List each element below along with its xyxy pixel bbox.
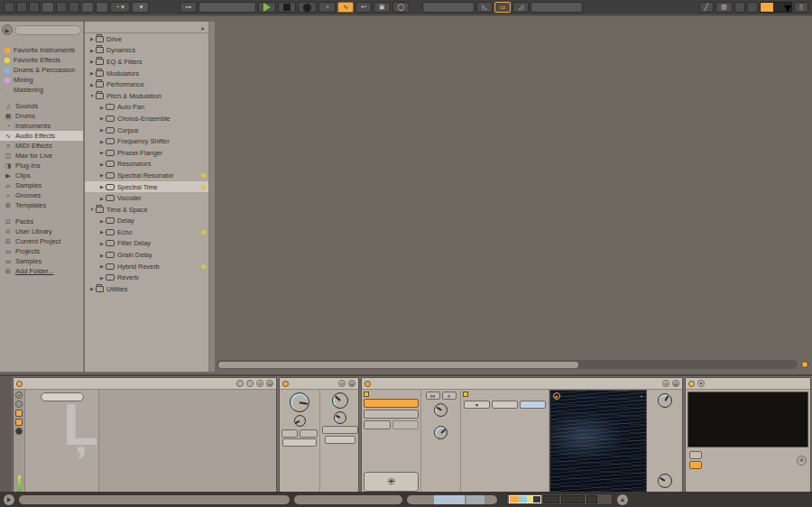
loop-start-field[interactable] xyxy=(422,2,475,13)
rate-hz-button[interactable] xyxy=(689,451,702,459)
sidebar-item-samples[interactable]: ▭Samples xyxy=(0,256,83,266)
rack-rand-button[interactable] xyxy=(236,380,244,387)
sidebar-item-add-folder-[interactable]: ⊞Add Folder... xyxy=(0,266,83,276)
xfade-curve-icon[interactable]: ∧ xyxy=(442,392,457,400)
nudge-down-button[interactable] xyxy=(56,2,67,13)
sidebar-item-collection[interactable]: Favorite Instruments xyxy=(0,45,83,55)
sidebar-item-collection[interactable]: Drums & Percussion xyxy=(0,65,83,75)
sidebar-item-grooves[interactable]: ≈Grooves xyxy=(0,190,83,200)
delay-led[interactable] xyxy=(463,392,468,397)
save-preset-icon[interactable]: ▤ xyxy=(348,380,355,387)
expand-arrow-icon[interactable]: ▶ xyxy=(88,59,96,64)
tree-item[interactable]: ▶Spectral Resonator xyxy=(85,170,208,181)
device-scroll-segment[interactable] xyxy=(407,495,497,504)
expand-arrow-icon[interactable]: ▼ xyxy=(88,207,96,212)
tree-item[interactable]: ▶EQ & Filters xyxy=(85,56,208,68)
session-record-button[interactable]: ◯ xyxy=(392,2,411,13)
device-scroll-segment[interactable] xyxy=(19,495,290,504)
link-button[interactable] xyxy=(4,2,14,13)
phaser-title-bar[interactable]: ▼ xyxy=(686,378,810,390)
browser-collapse-icon[interactable]: ▶ xyxy=(2,24,13,35)
loop-switch[interactable]: ▭ xyxy=(494,2,512,13)
arrangement-position-field[interactable] xyxy=(198,2,256,13)
chain-list-toggle-icon[interactable] xyxy=(15,428,23,435)
tree-item[interactable]: ▶Echo xyxy=(85,226,208,238)
delay-drywet-value[interactable] xyxy=(520,401,546,409)
sidebar-item-sounds[interactable]: ♫Sounds xyxy=(0,101,83,111)
midi-map-button[interactable] xyxy=(747,2,758,13)
draw-mode-button[interactable]: ╱ xyxy=(699,2,714,13)
device-on-led[interactable] xyxy=(364,381,371,387)
tree-item[interactable]: ▶Hybrid Reverb xyxy=(85,261,208,272)
jitter-knob[interactable] xyxy=(294,415,306,427)
freeze-button[interactable]: ✳ xyxy=(364,472,419,492)
metronome-icon[interactable]: ◔ ▾ xyxy=(110,2,130,13)
tree-item[interactable]: ▶Phaser-Flanger xyxy=(85,147,208,159)
xfade-cross-icon[interactable]: ⋈ xyxy=(426,392,440,400)
filter-pre-button[interactable] xyxy=(281,429,298,438)
tree-column-header[interactable]: ▴ xyxy=(85,22,208,33)
expand-arrow-icon[interactable]: ▶ xyxy=(98,275,106,281)
tree-item[interactable]: ▼Time & Space xyxy=(85,204,208,216)
ribbon-device-selected[interactable] xyxy=(509,495,541,503)
play-button[interactable] xyxy=(258,2,276,13)
sidebar-item-audio-effects[interactable]: ∿Audio Effects xyxy=(0,131,83,141)
expand-arrow-icon[interactable]: ▶ xyxy=(98,150,106,155)
save-preset-icon[interactable]: ▤ xyxy=(672,380,679,387)
chain-remove-icon[interactable]: − xyxy=(15,401,23,408)
hide-device-view-icon[interactable]: ▲ xyxy=(617,494,628,505)
tree-item[interactable]: ▶Frequency Shifter xyxy=(85,135,208,147)
sidebar-item-drums[interactable]: ▦Drums xyxy=(0,111,83,121)
tree-item[interactable]: ▶Delay xyxy=(85,216,208,227)
stop-button[interactable] xyxy=(278,2,296,13)
quantize-menu[interactable]: ▾ xyxy=(132,2,149,13)
save-preset-icon[interactable]: ▤ xyxy=(266,380,273,387)
device-scroll-segment[interactable] xyxy=(294,495,402,504)
expand-arrow-icon[interactable]: ▶ xyxy=(98,184,106,189)
sidebar-item-midi-effects[interactable]: ≡MIDI Effects xyxy=(0,141,83,151)
tree-item[interactable]: ▶Modulators xyxy=(85,68,208,79)
freezer-led[interactable] xyxy=(364,392,369,397)
sidebar-item-current-project[interactable]: ⊟Current Project xyxy=(0,236,83,246)
time-signature-field[interactable] xyxy=(81,2,94,13)
sync-button[interactable] xyxy=(392,420,420,429)
new-variation-button[interactable] xyxy=(41,392,84,401)
mode-select[interactable]: ▾ xyxy=(464,401,490,409)
sidebar-item-collection[interactable]: Mixing xyxy=(0,75,83,85)
expand-arrow-icon[interactable]: ▶ xyxy=(88,36,96,41)
re-enable-automation-button[interactable]: ↩ xyxy=(355,2,372,13)
expand-arrow-icon[interactable]: ▶ xyxy=(88,48,96,53)
ribbon-device[interactable] xyxy=(586,495,597,503)
tree-item[interactable]: ▶Spectral Time xyxy=(85,181,208,193)
groove-amount-field[interactable] xyxy=(96,2,108,13)
overdub-button[interactable]: ＋ xyxy=(318,2,336,13)
tree-item[interactable]: ▶Filter Delay xyxy=(85,238,208,250)
device-on-led[interactable] xyxy=(16,381,23,387)
tree-item[interactable]: ▶Reverb xyxy=(85,272,208,283)
expand-arrow-icon[interactable]: ▶ xyxy=(88,70,96,76)
stereo-value[interactable] xyxy=(492,401,518,409)
expand-arrow-icon[interactable]: ▶ xyxy=(98,105,106,110)
sidebar-item-clips[interactable]: ▶Clips xyxy=(0,171,83,180)
fade-in-knob[interactable] xyxy=(434,403,448,417)
punch-in-icon[interactable]: ◺ xyxy=(476,2,492,13)
macro-knobs-toggle-icon[interactable] xyxy=(15,419,23,426)
rate-sync-button[interactable] xyxy=(689,461,702,469)
tree-item[interactable]: ▶Performance xyxy=(85,78,208,90)
sidebar-item-projects[interactable]: ▭Projects xyxy=(0,246,83,256)
fold-device-icon[interactable]: ▼ xyxy=(697,380,705,387)
show-device-chain-icon[interactable] xyxy=(4,494,14,505)
hot-swap-icon[interactable]: ⊘ xyxy=(338,380,346,387)
tree-item[interactable]: ▶Dynamics xyxy=(85,45,208,57)
follow-button[interactable] xyxy=(16,2,27,13)
computer-midi-keyboard-button[interactable]: ▥ xyxy=(715,2,733,13)
fade-out-knob[interactable] xyxy=(434,426,448,439)
macro-variations-toggle-icon[interactable] xyxy=(15,410,23,417)
out-drywet-knob[interactable] xyxy=(658,474,672,488)
tempo-field[interactable] xyxy=(42,2,54,13)
drywet-value[interactable] xyxy=(325,436,355,444)
filter-value[interactable] xyxy=(282,438,317,447)
tree-item[interactable]: ▶Vocoder xyxy=(85,192,208,204)
device-on-led[interactable] xyxy=(282,381,289,387)
expand-arrow-icon[interactable]: ▶ xyxy=(98,263,106,269)
